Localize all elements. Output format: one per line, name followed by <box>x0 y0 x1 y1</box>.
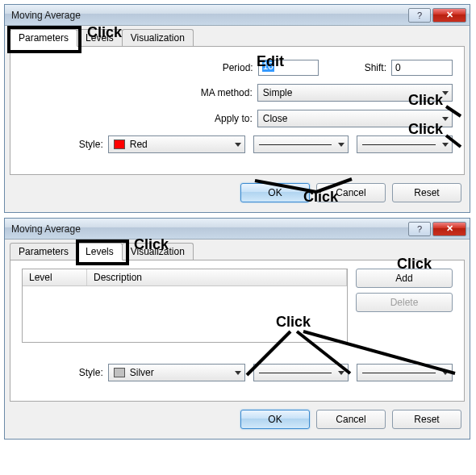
moving-average-dialog-parameters: Moving Average ? ✕ Parameters Levels Vis… <box>4 4 470 213</box>
dialog-button-row: OK Cancel Reset <box>5 175 470 212</box>
chevron-down-icon <box>235 143 241 147</box>
style-line-width-dropdown[interactable] <box>357 364 453 381</box>
style-color-name: Red <box>130 139 148 150</box>
style-line-pattern-dropdown[interactable] <box>253 135 349 153</box>
line-pattern-preview <box>259 373 332 373</box>
line-pattern-preview <box>259 144 332 145</box>
apply-to-label: Apply to: <box>22 113 257 124</box>
chevron-down-icon <box>442 371 449 375</box>
style-color-name: Silver <box>130 367 154 378</box>
window-title: Moving Average <box>11 223 407 235</box>
line-width-preview <box>362 144 436 145</box>
tab-visualization[interactable]: Visualization <box>122 243 194 260</box>
levels-list[interactable]: Level Description <box>22 269 348 343</box>
help-button[interactable]: ? <box>408 8 431 23</box>
titlebar[interactable]: Moving Average ? ✕ <box>5 219 470 240</box>
tab-visualization[interactable]: Visualization <box>122 29 194 46</box>
add-button[interactable]: Add <box>356 269 453 288</box>
tab-row: Parameters Levels Visualization <box>5 240 470 260</box>
help-button[interactable]: ? <box>408 222 431 236</box>
col-description[interactable]: Description <box>87 269 347 285</box>
ok-button[interactable]: OK <box>240 410 310 429</box>
delete-button: Delete <box>356 293 453 312</box>
window-title: Moving Average <box>11 10 407 21</box>
moving-average-dialog-levels: Moving Average ? ✕ Parameters Levels Vis… <box>4 218 470 440</box>
apply-to-value: Close <box>263 113 288 124</box>
period-input[interactable]: 10 <box>258 60 319 76</box>
ma-method-dropdown[interactable]: Simple <box>257 84 453 102</box>
col-level[interactable]: Level <box>23 269 87 285</box>
style-label: Style: <box>22 367 108 378</box>
close-button[interactable]: ✕ <box>432 8 466 23</box>
list-header: Level Description <box>23 269 347 286</box>
shift-label: Shift: <box>319 62 391 73</box>
style-line-width-dropdown[interactable] <box>357 135 453 153</box>
tab-row: Parameters Levels Visualization <box>5 26 470 46</box>
reset-button[interactable]: Reset <box>392 410 461 429</box>
close-icon: ✕ <box>446 223 453 234</box>
ma-method-label: MA method: <box>22 87 257 98</box>
close-icon: ✕ <box>446 10 453 20</box>
ma-method-value: Simple <box>263 87 293 98</box>
chevron-down-icon <box>442 143 449 147</box>
tab-parameters[interactable]: Parameters <box>10 243 77 260</box>
chevron-down-icon <box>442 91 449 95</box>
color-swatch <box>114 140 125 149</box>
chevron-down-icon <box>235 371 241 375</box>
style-label: Style: <box>22 139 108 150</box>
side-buttons: Add Delete <box>356 269 453 352</box>
chevron-down-icon <box>338 143 344 147</box>
ok-button[interactable]: OK <box>240 183 310 202</box>
shift-input[interactable] <box>391 60 453 76</box>
tab-parameters[interactable]: Parameters <box>10 29 77 47</box>
reset-button[interactable]: Reset <box>392 183 461 202</box>
color-swatch <box>114 368 125 377</box>
dialog-button-row: OK Cancel Reset <box>5 402 470 439</box>
style-line-pattern-dropdown[interactable] <box>253 364 349 381</box>
style-color-dropdown[interactable]: Red <box>108 135 245 153</box>
close-button[interactable]: ✕ <box>432 222 466 236</box>
cancel-button[interactable]: Cancel <box>316 410 386 429</box>
line-width-preview <box>362 373 436 373</box>
tab-content: Period: 10 Shift: MA method: Simple Appl… <box>10 46 465 175</box>
tab-levels[interactable]: Levels <box>77 29 123 46</box>
tab-levels[interactable]: Levels <box>77 243 123 260</box>
tab-content: Level Description Add Delete Style: Silv… <box>10 260 465 402</box>
titlebar[interactable]: Moving Average ? ✕ <box>5 5 470 26</box>
cancel-button[interactable]: Cancel <box>316 183 386 202</box>
chevron-down-icon <box>338 371 344 375</box>
period-label: Period: <box>22 62 258 73</box>
style-color-dropdown[interactable]: Silver <box>108 364 245 381</box>
apply-to-dropdown[interactable]: Close <box>257 110 453 127</box>
chevron-down-icon <box>442 117 449 121</box>
